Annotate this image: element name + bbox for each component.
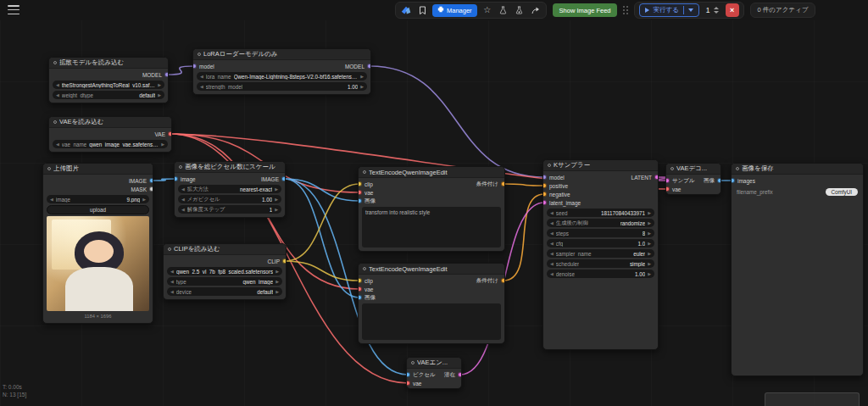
filename_prefix-widget[interactable]: filename_prefixComfyUI xyxy=(735,186,860,197)
collapse-icon[interactable] xyxy=(670,167,674,170)
prev-value-icon[interactable]: ◀ xyxy=(550,262,554,266)
next-value-icon[interactable]: ▶ xyxy=(648,272,651,276)
node-clip_loader[interactable]: CLIPを読み込むCLIP◀qwen_2.5_vl_7b_fp8_scaled.… xyxy=(163,243,287,300)
clear-queue-button[interactable]: × xyxy=(726,3,739,17)
next-value-icon[interactable]: ▶ xyxy=(275,280,279,284)
node-load_image[interactable]: 上传图片IMAGEMASK◀image9.png▶upload1184 × 16… xyxy=(42,163,153,324)
collapse-icon[interactable] xyxy=(363,170,366,174)
input-port-model[interactable] xyxy=(192,64,197,69)
input-port-clip[interactable] xyxy=(358,181,362,186)
bookmark-icon[interactable] xyxy=(416,4,428,16)
collapse-icon[interactable] xyxy=(198,53,201,56)
output-port-MASK[interactable] xyxy=(149,186,153,192)
input-port-サンプル[interactable] xyxy=(665,178,670,183)
prev-value-icon[interactable]: ◀ xyxy=(56,142,59,147)
input-port-images[interactable] xyxy=(731,178,735,183)
next-value-icon[interactable]: ▶ xyxy=(360,85,364,89)
node-header[interactable]: VAEデコ... xyxy=(666,164,721,175)
next-value-icon[interactable]: ▶ xyxy=(648,242,651,246)
prev-value-icon[interactable]: ◀ xyxy=(56,93,59,97)
output-port-IMAGE[interactable] xyxy=(281,176,286,181)
prev-value-icon[interactable]: ◀ xyxy=(181,197,185,202)
next-value-icon[interactable]: ▶ xyxy=(158,93,161,97)
output-port-画像[interactable] xyxy=(717,178,721,183)
input-port-vae[interactable] xyxy=(406,381,410,386)
next-value-icon[interactable]: ▶ xyxy=(275,187,278,192)
node-lora[interactable]: LoRAローダーモデルのみmodelMODEL◀lora_nameQwen-Im… xyxy=(192,48,371,95)
denoise-widget[interactable]: ◀denoise1.00▶ xyxy=(547,270,654,278)
output-port-条件付け[interactable] xyxy=(501,278,505,283)
node-header[interactable]: TextEncodeQwenImageEdit xyxy=(359,167,504,178)
prev-value-icon[interactable]: ◀ xyxy=(50,197,53,202)
increment-icon[interactable] xyxy=(714,7,719,9)
input-port-positive[interactable] xyxy=(542,183,547,188)
node-vae_loader[interactable]: VAEを読み込むVAE◀vae_nameqwen_image_vae.safet… xyxy=(48,116,172,153)
prev-value-icon[interactable]: ◀ xyxy=(200,75,203,79)
output-port-MODEL[interactable] xyxy=(164,72,169,77)
node-header[interactable]: VAEを読み込む xyxy=(49,117,171,128)
node-save_image[interactable]: 画像を保存imagesfilename_prefixComfyUI xyxy=(731,163,864,376)
upload-button[interactable]: upload xyxy=(47,205,149,214)
next-value-icon[interactable]: ▶ xyxy=(360,75,364,79)
share-icon[interactable] xyxy=(530,4,542,16)
weight_dtype-widget[interactable]: ◀weight_dtypedefault▶ xyxy=(53,91,164,99)
output-port-潜在[interactable] xyxy=(458,372,462,377)
next-value-icon[interactable]: ▶ xyxy=(161,142,164,147)
value-widget[interactable]: ◀theStrongestAnythingToReal_v10.safete..… xyxy=(53,81,164,89)
image-widget[interactable]: ◀image9.png▶ xyxy=(47,195,149,203)
next-value-icon[interactable]: ▶ xyxy=(158,83,161,87)
prev-value-icon[interactable]: ◀ xyxy=(181,187,185,192)
node-vae_decode[interactable]: VAEデコ...サンプル画像vae xyxy=(665,163,721,195)
batch-count-stepper[interactable]: 1 xyxy=(704,6,721,14)
collapse-icon[interactable] xyxy=(47,167,51,170)
node-te1[interactable]: TextEncodeQwenImageEditclip条件付けvae画像tran… xyxy=(358,166,505,252)
prompt-textarea[interactable]: transform into realistic style xyxy=(362,207,501,247)
cfg-widget[interactable]: ◀cfg1.0▶ xyxy=(547,239,654,247)
input-port-model[interactable] xyxy=(542,175,547,180)
flask-icon[interactable] xyxy=(498,4,509,16)
sampler_name-widget[interactable]: ◀sampler_nameeuler▶ xyxy=(547,249,654,258)
next-value-icon[interactable]: ▶ xyxy=(142,197,146,202)
collapse-icon[interactable] xyxy=(53,120,57,124)
node-header[interactable]: 拡散モデルを読み込む xyxy=(49,58,168,69)
next-value-icon[interactable]: ▶ xyxy=(648,221,651,225)
node-header[interactable]: 画像を保存 xyxy=(732,164,863,175)
node-header[interactable]: VAEエン... xyxy=(407,358,461,369)
node-canvas[interactable]: T: 0.00s N: 13 [15] 拡散モデルを読み込むMODEL◀theS… xyxy=(0,0,868,406)
next-value-icon[interactable]: ▶ xyxy=(648,211,651,215)
next-value-icon[interactable]: ▶ xyxy=(275,208,278,212)
next-value-icon[interactable]: ▶ xyxy=(275,270,279,274)
next-value-icon[interactable]: ▶ xyxy=(648,262,651,266)
input-port-latent_image[interactable] xyxy=(542,200,547,205)
collapse-icon[interactable] xyxy=(168,247,171,251)
vae_name-widget[interactable]: ◀vae_nameqwen_image_vae.safetensors▶ xyxy=(53,140,168,148)
input-port-ピクセル[interactable] xyxy=(406,372,410,377)
生成後の制御-widget[interactable]: ◀生成後の制御randomize▶ xyxy=(547,219,654,227)
workflows-logo-icon[interactable] xyxy=(400,4,412,16)
node-header[interactable]: LoRAローダーモデルのみ xyxy=(193,49,370,60)
解像度ステップ-widget[interactable]: ◀解像度ステップ1▶ xyxy=(178,205,281,214)
prev-value-icon[interactable]: ◀ xyxy=(170,290,174,294)
collapse-icon[interactable] xyxy=(736,167,739,170)
prompt-textarea[interactable] xyxy=(362,303,501,340)
stepper-carets[interactable] xyxy=(714,7,719,14)
output-port-IMAGE[interactable] xyxy=(149,178,153,183)
value-widget[interactable]: ◀qwen_2.5_vl_7b_fp8_scaled.safetensors▶ xyxy=(167,267,282,275)
node-ksampler[interactable]: KサンプラーmodelLATENTpositivenegativelatent_… xyxy=(542,159,659,350)
prev-value-icon[interactable]: ◀ xyxy=(200,85,203,89)
prev-value-icon[interactable]: ◀ xyxy=(170,280,174,284)
prev-value-icon[interactable]: ◀ xyxy=(550,211,554,215)
collapse-icon[interactable] xyxy=(363,267,366,270)
device-widget[interactable]: ◀devicedefault▶ xyxy=(167,287,282,296)
node-scale[interactable]: 画像を総ピクセル数にスケールimageIMAGE◀拡大方法nearest-exa… xyxy=(174,161,286,218)
メガピクセル-widget[interactable]: ◀メガピクセル1.00▶ xyxy=(178,195,281,203)
prev-value-icon[interactable]: ◀ xyxy=(550,252,554,256)
node-te2[interactable]: TextEncodeQwenImageEditclip条件付けvae画像 xyxy=(358,263,505,344)
seed-widget[interactable]: ◀seed181170840433971▶ xyxy=(547,209,654,217)
type-widget[interactable]: ◀typeqwen_image▶ xyxy=(167,277,282,286)
input-port-negative[interactable] xyxy=(542,192,547,197)
next-value-icon[interactable]: ▶ xyxy=(648,231,651,236)
collapse-icon[interactable] xyxy=(53,61,57,64)
collapse-icon[interactable] xyxy=(179,165,182,169)
prev-value-icon[interactable]: ◀ xyxy=(56,83,59,87)
